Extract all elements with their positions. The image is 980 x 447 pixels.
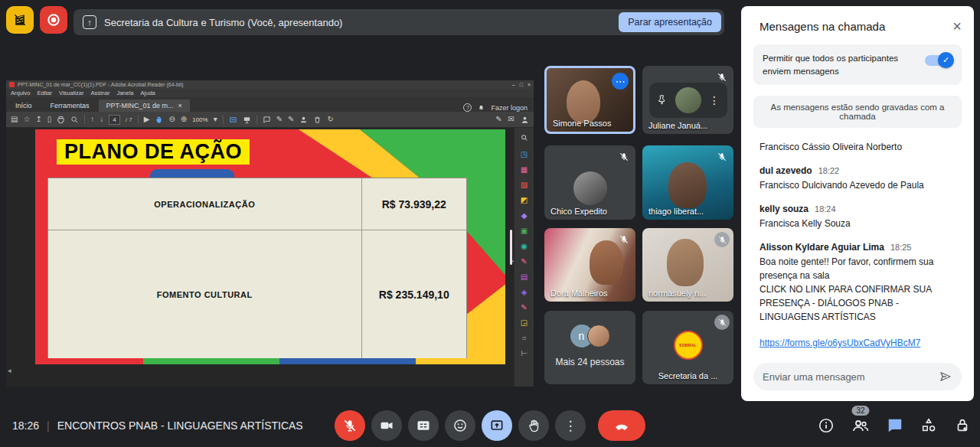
participant-tile-juliane[interactable]: ⋮ Juliane Januá...	[642, 66, 733, 134]
more-options-button[interactable]: ⋮	[555, 410, 586, 441]
delete-icon[interactable]	[313, 116, 322, 124]
share-upload-icon[interactable]: ↥	[35, 116, 41, 123]
recording-indicator-button[interactable]	[40, 6, 67, 34]
zoom-out-icon[interactable]: ⊖	[168, 116, 175, 123]
chat-message-input[interactable]	[763, 371, 933, 383]
select-tool-icon[interactable]: ▶	[144, 116, 150, 123]
rail-measure-icon[interactable]: ✎	[521, 304, 527, 312]
pane-collapse-icon[interactable]: ◂	[8, 367, 11, 374]
export-page-icon[interactable]: ▯	[47, 116, 52, 123]
overflow-tile-more-people[interactable]: n Mais 24 pessoas	[544, 311, 635, 384]
captions-button[interactable]	[408, 410, 439, 441]
page-total-label: / 7	[126, 116, 132, 123]
print-icon[interactable]	[57, 116, 65, 124]
avatar	[573, 171, 607, 205]
allow-messages-toggle[interactable]: ✓	[925, 55, 952, 66]
camera-toggle-button[interactable]	[371, 410, 402, 441]
tab-ferramentas[interactable]: Ferramentas	[41, 100, 99, 112]
companion-app-button[interactable]	[6, 6, 34, 34]
bell-icon[interactable]	[478, 104, 485, 112]
raise-hand-button[interactable]	[518, 410, 549, 441]
rail-combine-files-icon[interactable]: ▣	[521, 227, 528, 235]
login-link[interactable]: Fazer logon	[491, 104, 528, 112]
sobral-logo: SOBRAL	[674, 331, 703, 360]
star-icon[interactable]: ☆	[23, 116, 30, 123]
menu-assinar[interactable]: Assinar	[90, 90, 109, 96]
message-text: Francisco Cássio Oliveira Norberto	[760, 140, 962, 154]
chat-button[interactable]	[887, 417, 903, 434]
menu-janela[interactable]: Janela	[116, 90, 133, 96]
rail-more-tools-icon[interactable]: ○	[521, 334, 526, 342]
activities-button[interactable]	[920, 417, 937, 434]
present-screen-icon: ↑	[83, 15, 96, 29]
mail-icon[interactable]: ✉	[508, 116, 514, 123]
end-call-button[interactable]	[598, 410, 645, 441]
window-close-icon[interactable]: ×	[528, 82, 531, 87]
participant-tile-thiago[interactable]: thiago liberat...	[642, 145, 733, 220]
message-text: Francisco Dulcivando Azevedo de Paula	[760, 178, 962, 192]
rail-stamp-icon[interactable]: ◉	[521, 243, 528, 250]
rail-fill-sign-icon[interactable]: ✎	[521, 258, 527, 266]
help-icon[interactable]: ?	[463, 103, 472, 112]
close-icon[interactable]: ×	[952, 18, 962, 34]
mic-off-icon	[714, 149, 730, 165]
save-file-icon[interactable]: ▤	[11, 116, 18, 123]
rail-add-doc-icon[interactable]: ◲	[521, 319, 528, 327]
participant-tile-secretaria[interactable]: SOBRAL Secretaria da ...	[642, 311, 733, 384]
account-icon[interactable]	[521, 116, 529, 124]
more-vert-icon[interactable]: ⋮	[709, 94, 720, 106]
zoom-level-select[interactable]: 100%	[192, 116, 207, 123]
restore-icon[interactable]: □	[520, 82, 523, 87]
reactions-button[interactable]	[445, 410, 475, 441]
rail-share-icon[interactable]: ◆	[521, 212, 528, 220]
people-button[interactable]: 32	[851, 416, 870, 435]
fit-width-icon[interactable]	[229, 116, 237, 124]
mic-toggle-button[interactable]	[335, 410, 365, 441]
menu-ajuda[interactable]: Ajuda	[141, 90, 155, 96]
send-icon[interactable]	[939, 370, 952, 383]
edit-pencil-icon[interactable]: ✎	[276, 116, 283, 123]
participant-tile-chico[interactable]: Chico Expedito	[544, 145, 635, 220]
participant-tile-simone[interactable]: ⋯ Simone Passos	[544, 66, 635, 134]
rail-ruler-icon[interactable]: ⊢	[521, 350, 528, 357]
zoom-in-icon[interactable]: ⊕	[181, 116, 187, 123]
stamp-icon[interactable]	[299, 116, 308, 124]
zoom-caret-icon[interactable]: ▾	[214, 116, 217, 123]
rail-organize-pages-icon[interactable]: ▦	[521, 166, 528, 174]
menu-arquivo[interactable]: Arquivo	[11, 90, 30, 96]
message-link[interactable]: https://forms.gle/o6ysUbxCadVyHBcM7	[760, 336, 920, 350]
rail-send-review-icon[interactable]: ◈	[521, 289, 528, 296]
minimize-icon[interactable]: –	[512, 82, 515, 87]
previous-page-icon[interactable]: ↑	[90, 116, 94, 123]
message-time: 18:25	[890, 241, 912, 254]
comment-icon[interactable]	[263, 116, 271, 124]
present-button[interactable]	[482, 410, 512, 441]
search-icon[interactable]	[70, 116, 79, 124]
menu-visualizar[interactable]: Visualizar	[59, 90, 83, 96]
participant-tile-dora[interactable]: Dora Malheiros	[544, 228, 635, 302]
stop-presentation-button[interactable]: Parar apresentação	[619, 12, 721, 32]
refresh-icon[interactable]: ↻	[327, 116, 333, 123]
pin-icon[interactable]	[656, 94, 668, 106]
page-number-field[interactable]: 4	[109, 115, 119, 125]
rail-search-icon[interactable]	[521, 134, 528, 143]
tab-inicio[interactable]: Início	[6, 100, 41, 112]
tab-document[interactable]: PPT-MINC_01 de m... ×	[99, 100, 190, 112]
sign-pen-icon[interactable]: ✎	[288, 116, 294, 123]
meeting-details-button[interactable]	[818, 417, 835, 434]
host-controls-button[interactable]	[954, 417, 971, 434]
presentation-mode-icon[interactable]	[243, 116, 251, 124]
presenting-banner: ↑ Secretaria da Cultura e Turismo (Você,…	[74, 9, 724, 35]
tab-close-icon[interactable]: ×	[178, 102, 182, 109]
rail-create-pdf-icon[interactable]: ▨	[521, 181, 528, 189]
rail-comment-icon[interactable]: ◩	[521, 197, 528, 204]
rail-edit-pdf-icon[interactable]: ▤	[521, 273, 528, 281]
next-page-icon[interactable]: ↓	[100, 116, 103, 123]
hand-tool-icon[interactable]	[155, 116, 163, 124]
menu-editar[interactable]: Editar	[37, 90, 52, 96]
fill-sign-icon[interactable]: ✎	[495, 116, 501, 123]
participant-tile-normasuely[interactable]: normasuely n...	[642, 228, 733, 302]
tile-menu-icon[interactable]: ⋯	[612, 73, 629, 90]
rail-export-pdf-icon[interactable]: ◳	[521, 151, 528, 158]
avatar[interactable]	[675, 87, 701, 113]
